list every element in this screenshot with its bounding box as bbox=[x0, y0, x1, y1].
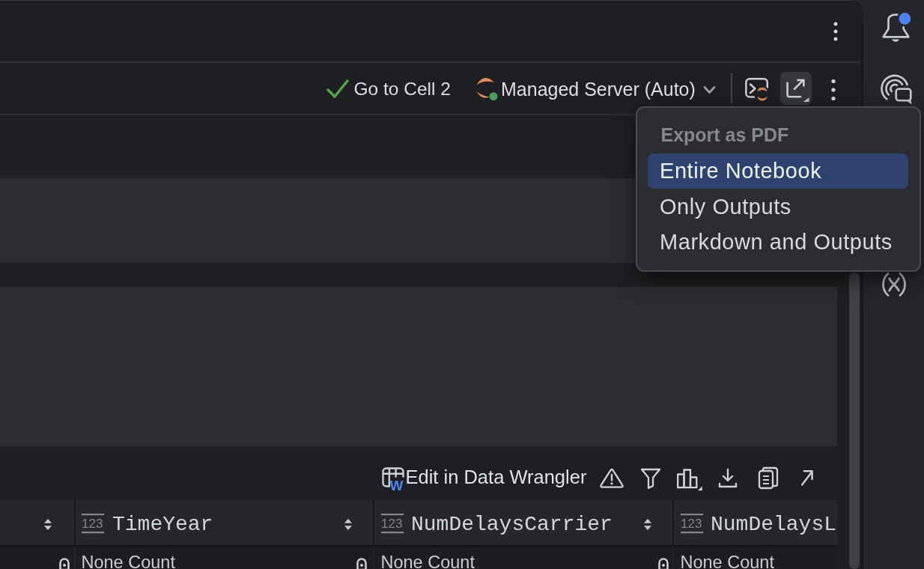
svg-text:123: 123 bbox=[681, 517, 702, 531]
svg-text:123: 123 bbox=[381, 517, 402, 531]
svg-text:123: 123 bbox=[82, 517, 103, 531]
svg-text:W: W bbox=[390, 478, 404, 493]
